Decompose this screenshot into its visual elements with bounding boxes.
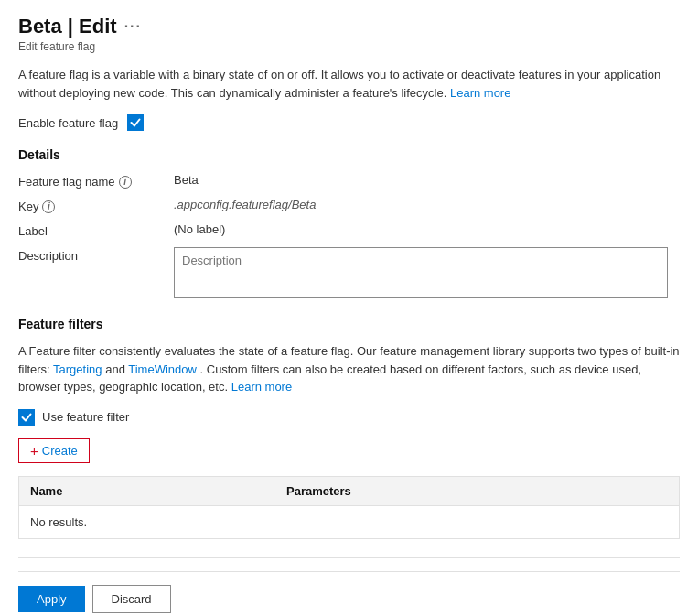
filter-learn-more-link[interactable]: Learn more [231,380,292,394]
title-text: Beta | Edit [18,15,117,38]
info-icon-name[interactable]: i [119,176,132,189]
details-section-title: Details [18,147,680,162]
use-feature-filter-row: Use feature filter [18,409,680,426]
enable-label: Enable feature flag [18,116,118,130]
filter-description: A Feature filter consistently evaluates … [18,342,680,396]
no-results-text: No results. [30,515,668,529]
field-row-description: Description [18,247,680,298]
field-label-name: Feature flag name i [18,173,174,189]
col-header-name: Name [19,477,275,505]
footer-divider [18,557,680,558]
create-button[interactable]: + Create [18,438,90,463]
enable-feature-flag-row: Enable feature flag [18,114,680,131]
field-label-description: Description [18,247,174,263]
apply-button[interactable]: Apply [18,586,85,612]
col-header-actions [606,477,679,505]
intro-description: A feature flag is a variable with a bina… [18,66,680,102]
field-label-label: Label [18,222,174,238]
field-row-name: Feature flag name i Beta [18,173,680,189]
info-icon-key[interactable]: i [42,200,55,213]
use-filter-label: Use feature filter [42,410,129,424]
feature-filters-section: Feature filters A Feature filter consist… [18,317,680,539]
footer-bar: Apply Discard [18,571,680,613]
page-subtitle: Edit feature flag [18,40,680,53]
discard-button[interactable]: Discard [92,585,171,613]
targeting-text: Targeting [53,362,102,376]
page-title: Beta | Edit ··· [18,15,680,38]
field-row-label: Label (No label) [18,222,680,238]
details-section: Details Feature flag name i Beta Key i .… [18,147,680,298]
timewindow-text: TimeWindow [128,362,197,376]
plus-icon: + [30,444,38,458]
enable-checkbox[interactable] [127,114,144,131]
ellipsis-menu[interactable]: ··· [124,18,142,35]
intro-learn-more-link[interactable]: Learn more [450,86,510,100]
feature-filters-title: Feature filters [18,317,680,331]
create-button-label: Create [42,444,78,458]
field-value-key: .appconfig.featureflag/Beta [174,198,316,211]
field-row-key: Key i .appconfig.featureflag/Beta [18,198,680,213]
field-label-key: Key i [18,198,174,213]
field-value-label: (No label) [174,222,225,236]
description-textarea[interactable] [174,247,668,298]
filters-table: Name Parameters No results. [18,476,680,539]
col-header-params: Parameters [275,477,606,505]
use-filter-checkbox[interactable] [18,409,35,426]
table-header: Name Parameters [19,477,679,506]
table-body: No results. [19,506,679,538]
field-value-name: Beta [174,173,199,187]
